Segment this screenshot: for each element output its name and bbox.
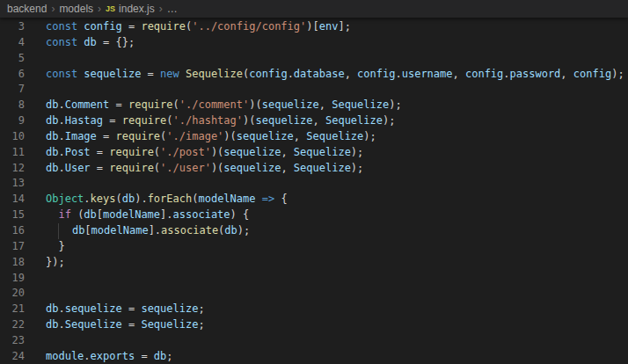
code-line-content	[25, 176, 628, 192]
code-line[interactable]: 15 if (db[modelName].associate) {	[0, 207, 628, 223]
code-line-content	[25, 271, 628, 287]
breadcrumb-separator: ›	[98, 3, 101, 15]
code-line-content	[25, 286, 628, 302]
code-line[interactable]: 21db.sequelize = sequelize;	[0, 302, 628, 317]
code-editor[interactable]: 3const config = require('../config/confi…	[0, 18, 628, 364]
code-line[interactable]: 9db.Hastag = require('./hashtag')(sequel…	[0, 113, 628, 129]
line-number[interactable]: 3	[0, 19, 25, 35]
code-line[interactable]: 10db.Image = require('./image')(sequeliz…	[0, 129, 628, 145]
breadcrumb-label: backend	[7, 0, 47, 18]
line-number[interactable]: 7	[0, 82, 25, 98]
line-number[interactable]: 22	[0, 317, 25, 333]
code-line-content	[25, 82, 628, 98]
code-line-content: db.User = require('./user')(sequelize, S…	[25, 161, 628, 177]
breadcrumb-item-models[interactable]: models	[59, 0, 93, 18]
code-line-content: db.Sequelize = Sequelize;	[25, 317, 628, 333]
code-line-content: db.Comment = require('./comment')(sequel…	[25, 98, 628, 113]
code-line[interactable]: 12db.User = require('./user')(sequelize,…	[0, 161, 628, 177]
code-line[interactable]: 5	[0, 51, 628, 67]
line-number[interactable]: 14	[0, 192, 25, 207]
line-number[interactable]: 10	[0, 129, 25, 145]
code-line[interactable]: 24module.exports = db;	[0, 349, 628, 364]
code-line-content	[25, 51, 628, 67]
line-number[interactable]: 6	[0, 67, 25, 83]
code-line-content: db.sequelize = sequelize;	[25, 302, 628, 317]
line-number[interactable]: 18	[0, 255, 25, 271]
code-line-content: db.Post = require('./post')(sequelize, S…	[25, 145, 628, 161]
code-line[interactable]: 6const sequelize = new Sequelize(config.…	[0, 67, 628, 83]
code-line[interactable]: 20	[0, 286, 628, 302]
breadcrumb: backend › models › JS index.js › …	[0, 0, 628, 18]
code-line[interactable]: 8db.Comment = require('./comment')(seque…	[0, 98, 628, 113]
js-file-icon: JS	[106, 0, 115, 18]
line-number[interactable]: 24	[0, 349, 25, 364]
code-line[interactable]: 16 db[modelName].associate(db);	[0, 223, 628, 239]
breadcrumb-item-file[interactable]: JS index.js	[106, 0, 155, 18]
breadcrumb-separator: ›	[51, 3, 55, 15]
line-number[interactable]: 19	[0, 271, 25, 287]
line-number[interactable]: 5	[0, 51, 25, 67]
code-line-content: module.exports = db;	[25, 349, 628, 364]
code-line[interactable]: 18});	[0, 255, 628, 271]
line-number[interactable]: 12	[0, 161, 25, 177]
line-number[interactable]: 9	[0, 113, 25, 129]
line-number[interactable]: 21	[0, 302, 25, 317]
code-line[interactable]: 23	[0, 333, 628, 349]
code-line-content: const db = {};	[25, 35, 628, 51]
code-line[interactable]: 17 }	[0, 239, 628, 255]
code-line-content: db[modelName].associate(db);	[25, 223, 628, 239]
code-line-content: const sequelize = new Sequelize(config.d…	[25, 67, 628, 83]
line-number[interactable]: 16	[0, 223, 25, 239]
breadcrumb-separator: ›	[159, 3, 163, 15]
code-line[interactable]: 13	[0, 176, 628, 192]
code-line[interactable]: 3const config = require('../config/confi…	[0, 19, 628, 35]
line-number[interactable]: 17	[0, 239, 25, 255]
line-number[interactable]: 8	[0, 98, 25, 113]
code-line[interactable]: 14Object.keys(db).forEach(modelName => {	[0, 192, 628, 207]
code-line-content: });	[25, 255, 628, 271]
line-number[interactable]: 13	[0, 176, 25, 192]
line-number[interactable]: 4	[0, 35, 25, 51]
code-line-content: const config = require('../config/config…	[25, 19, 628, 35]
line-number[interactable]: 20	[0, 286, 25, 302]
code-line[interactable]: 19	[0, 271, 628, 287]
breadcrumb-item-symbol[interactable]: …	[167, 0, 178, 18]
code-line-content: Object.keys(db).forEach(modelName => {	[25, 192, 628, 207]
code-line-content	[25, 333, 628, 349]
code-area: 3const config = require('../config/confi…	[0, 19, 628, 364]
breadcrumb-item-backend[interactable]: backend	[7, 0, 47, 18]
code-line[interactable]: 11db.Post = require('./post')(sequelize,…	[0, 145, 628, 161]
code-line[interactable]: 22db.Sequelize = Sequelize;	[0, 317, 628, 333]
line-number[interactable]: 11	[0, 145, 25, 161]
breadcrumb-label: …	[167, 0, 178, 18]
code-line-content: }	[25, 239, 628, 255]
code-line-content: db.Hastag = require('./hashtag')(sequeli…	[25, 113, 628, 129]
breadcrumb-label: models	[59, 0, 93, 18]
breadcrumb-label: index.js	[119, 0, 155, 18]
line-number[interactable]: 15	[0, 207, 25, 223]
code-line-content: if (db[modelName].associate) {	[25, 207, 628, 223]
line-number[interactable]: 23	[0, 333, 25, 349]
code-line[interactable]: 7	[0, 82, 628, 98]
code-line-content: db.Image = require('./image')(sequelize,…	[25, 129, 628, 145]
code-line[interactable]: 4const db = {};	[0, 35, 628, 51]
